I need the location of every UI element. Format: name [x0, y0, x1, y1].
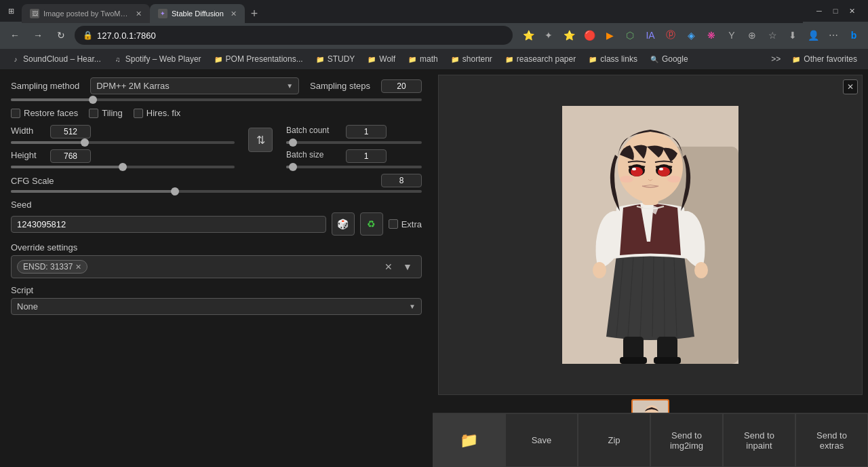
cfg-scale-slider[interactable]: [11, 190, 422, 193]
open-folder-button[interactable]: 📁: [433, 413, 505, 467]
bookmark-google[interactable]: 🔍 Google: [644, 52, 694, 66]
override-clear-btn[interactable]: ✕: [380, 259, 397, 275]
reload-button[interactable]: ↻: [52, 26, 71, 45]
cfg-scale-label: CFG Scale: [11, 176, 381, 186]
dimensions-col: Width 512 Height 768: [11, 125, 235, 174]
swap-dimensions-button[interactable]: ⇅: [248, 128, 273, 152]
sampling-method-arrow: ▼: [286, 82, 293, 90]
sampling-steps-slider[interactable]: [11, 98, 422, 101]
batch-size-thumb[interactable]: [289, 163, 297, 171]
width-input[interactable]: 512: [50, 125, 91, 138]
dice-icon[interactable]: 🎲: [332, 212, 355, 236]
override-actions: ✕ ▼: [380, 259, 416, 275]
bookmark-others-label: Other favorites: [804, 54, 857, 64]
extension-icon-4[interactable]: 🔴: [580, 26, 598, 44]
extension-icon-1[interactable]: ⭐: [519, 26, 537, 44]
bookmark-soundcloud[interactable]: ♪ SoundCloud – Hear...: [5, 52, 106, 66]
extension-icon-5[interactable]: ▶: [601, 26, 618, 44]
forward-button[interactable]: →: [28, 26, 47, 45]
classlinks-folder-icon: 📁: [588, 54, 597, 64]
bing-icon[interactable]: b: [845, 26, 863, 44]
maximize-button[interactable]: □: [830, 5, 841, 16]
bookmark-others[interactable]: 📁 Other favorites: [786, 52, 863, 66]
sampling-method-dropdown[interactable]: DPM++ 2M Karras ▼: [90, 77, 299, 94]
bookmark-icon[interactable]: ☆: [764, 26, 781, 44]
minimize-button[interactable]: ─: [814, 5, 825, 16]
restore-faces-checkbox[interactable]: Restore faces: [11, 108, 78, 118]
extension-icon-9[interactable]: ◈: [682, 26, 700, 44]
sampling-steps-label: Sampling steps: [310, 81, 370, 91]
hires-fix-label: Hires. fix: [146, 108, 181, 118]
width-label: Width: [11, 126, 45, 136]
script-dropdown[interactable]: None ▼: [11, 298, 422, 315]
seed-row: 🎲 ♻ Extra: [11, 212, 422, 236]
send-to-inpaint-button[interactable]: Send toinpaint: [723, 413, 795, 467]
override-dropdown-btn[interactable]: ▼: [399, 259, 416, 275]
tab-1[interactable]: 🖼 Image posted by TwoMoreTimes... ✕: [22, 4, 150, 23]
bookmark-wolf[interactable]: 📁 Wolf: [361, 52, 401, 66]
cfg-scale-input[interactable]: 8: [381, 174, 422, 187]
svg-point-16: [620, 176, 633, 183]
extension-icon-10[interactable]: ❋: [703, 26, 720, 44]
height-slider[interactable]: [11, 166, 235, 168]
tab-2[interactable]: ✦ Stable Diffusion ✕: [150, 4, 245, 23]
width-slider[interactable]: [11, 141, 235, 144]
close-button[interactable]: ✕: [846, 5, 857, 16]
batch-count-label: Batch count: [286, 126, 340, 135]
sampling-steps-input[interactable]: 20: [381, 79, 422, 93]
batch-count-input[interactable]: 1: [346, 125, 387, 138]
seed-input[interactable]: [11, 216, 326, 233]
script-value: None: [17, 301, 38, 312]
svg-point-14: [632, 168, 636, 170]
recycle-icon[interactable]: ♻: [360, 212, 383, 236]
profile-icon[interactable]: 👤: [804, 26, 822, 44]
download-icon[interactable]: ⬇: [784, 26, 802, 44]
tab1-close[interactable]: ✕: [136, 10, 142, 18]
extra-checkbox[interactable]: Extra: [389, 219, 422, 229]
bookmark-pom[interactable]: 📁 POM Presentations...: [208, 52, 309, 66]
extension-icon-11[interactable]: Y: [723, 26, 741, 44]
extension-icon-7[interactable]: IA: [642, 26, 659, 44]
extension-icon-2[interactable]: ✦: [540, 26, 557, 44]
back-button[interactable]: ←: [5, 26, 24, 45]
bookmark-spotify[interactable]: ♫ Spotify – Web Player: [108, 52, 207, 66]
width-thumb[interactable]: [81, 138, 89, 147]
height-thumb[interactable]: [119, 163, 127, 171]
send-to-img2img-button[interactable]: Send toimg2img: [650, 413, 723, 467]
svg-point-22: [593, 262, 606, 278]
cfg-scale-thumb[interactable]: [171, 187, 179, 195]
bookmark-study[interactable]: 📁 STUDY: [310, 52, 361, 66]
height-input[interactable]: 768: [50, 149, 91, 163]
address-field[interactable]: 🔒 127.0.0.1:7860: [75, 26, 513, 45]
bookmark-research[interactable]: 📁 reasearch paper: [499, 52, 581, 66]
bookmark-classlinks[interactable]: 📁 class links: [583, 52, 643, 66]
bookmark-shortenr[interactable]: 📁 shortenr: [445, 52, 498, 66]
sampling-steps-thumb[interactable]: [89, 96, 97, 104]
batch-count-thumb[interactable]: [289, 138, 297, 147]
zip-button[interactable]: Zip: [578, 413, 650, 467]
cfg-scale-group: CFG Scale 8: [11, 174, 422, 193]
batch-count-slider[interactable]: [286, 141, 422, 144]
close-image-button[interactable]: ✕: [843, 79, 858, 94]
tiling-checkbox[interactable]: Tiling: [89, 108, 123, 118]
extension-icon-6[interactable]: ⬡: [621, 26, 639, 44]
tab2-close[interactable]: ✕: [231, 10, 237, 18]
bookmark-math[interactable]: 📁 math: [402, 52, 443, 66]
extension-icon-3[interactable]: ⭐: [560, 26, 578, 44]
override-input-wrap[interactable]: ENSD: 31337 ✕ ✕ ▼: [11, 255, 422, 278]
extension-icon-12[interactable]: ⊕: [743, 26, 761, 44]
tab-grid-icon[interactable]: ⊞: [5, 5, 16, 16]
hires-fix-checkbox[interactable]: Hires. fix: [134, 108, 181, 118]
bookmarks-more[interactable]: >>: [767, 52, 785, 66]
menu-icon[interactable]: ⋯: [825, 26, 842, 44]
batch-size-slider[interactable]: [286, 166, 422, 168]
folder-icon: 📁: [460, 432, 478, 449]
address-text: 127.0.0.1:7860: [97, 31, 505, 41]
save-button[interactable]: Save: [505, 413, 578, 467]
override-tag-close[interactable]: ✕: [75, 263, 81, 272]
batch-size-input[interactable]: 1: [346, 149, 387, 163]
new-tab-button[interactable]: +: [245, 4, 264, 23]
send-to-extras-button[interactable]: Send toextras: [795, 413, 868, 467]
window-controls: ⊞: [5, 5, 16, 16]
extension-icon-8[interactable]: ⓟ: [662, 26, 679, 44]
